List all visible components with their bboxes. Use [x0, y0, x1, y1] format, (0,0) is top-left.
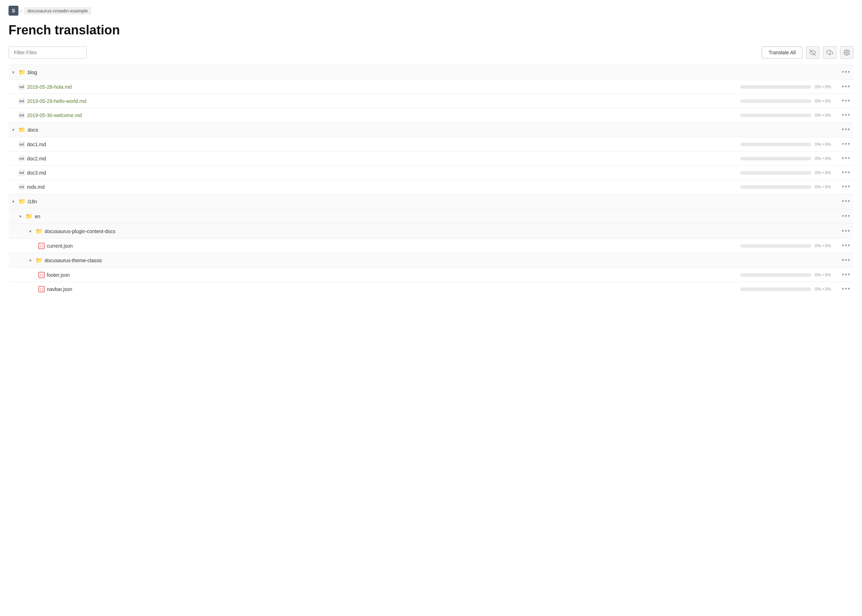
more-menu-en[interactable]: •••: [842, 212, 851, 220]
breadcrumb: S / docusaurus-crowdin-example: [0, 0, 862, 19]
progress-bar-welcome: [740, 113, 811, 117]
filter-input[interactable]: [8, 47, 86, 58]
file-name-mdx: mdx.md: [27, 184, 45, 190]
progress-bar-navbar-json: [740, 288, 811, 291]
more-menu-current-json[interactable]: •••: [842, 242, 851, 250]
more-menu-navbar-json[interactable]: •••: [842, 285, 851, 293]
progress-text-doc3: 0% • 0%: [815, 170, 840, 175]
folder-icon-i18n: 📁: [19, 198, 25, 205]
folder-icon-blog: 📁: [19, 69, 25, 75]
more-menu-doc2[interactable]: •••: [842, 155, 851, 162]
breadcrumb-separator: /: [20, 8, 22, 14]
file-name-doc2: doc2.md: [27, 156, 46, 162]
file-row-hello-world: md 2019-05-29-hello-world.md 0% • 0% •••: [8, 94, 854, 108]
cloud-icon: [826, 49, 833, 56]
more-menu-blog[interactable]: •••: [842, 69, 851, 76]
avatar: S: [8, 6, 19, 16]
breadcrumb-project-link[interactable]: docusaurus-crowdin-example: [24, 7, 91, 14]
chevron-en[interactable]: ▼: [19, 214, 24, 218]
md-icon-doc3: md: [19, 170, 25, 176]
file-name-current-json: current.json: [47, 243, 73, 249]
toolbar: Translate All: [0, 46, 862, 64]
more-menu-docs[interactable]: •••: [842, 126, 851, 134]
folder-name-i18n: i18n: [28, 199, 37, 204]
progress-text-footer-json: 0% • 0%: [815, 272, 840, 278]
json-icon-current: { }: [38, 243, 45, 249]
file-row-footer-json: { } footer.json 0% • 0% •••: [8, 267, 854, 282]
progress-text-mdx: 0% • 0%: [815, 184, 840, 190]
translate-all-button[interactable]: Translate All: [762, 47, 802, 58]
md-icon-mdx: md: [19, 184, 25, 190]
md-icon-welcome: md: [19, 112, 25, 118]
progress-text-hello-world: 0% • 0%: [815, 99, 840, 104]
folder-row-plugin-content-docs: ▼ 📁 docusaurus-plugin-content-docs •••: [8, 223, 854, 239]
folder-icon-docs: 📁: [19, 126, 25, 133]
file-link-hello-world[interactable]: 2019-05-29-hello-world.md: [27, 98, 86, 104]
gear-icon: [843, 49, 850, 56]
progress-text-current-json: 0% • 0%: [815, 244, 840, 248]
progress-bar-doc2: [740, 157, 811, 160]
progress-text-hola: 0% • 0%: [815, 85, 840, 90]
more-menu-mdx[interactable]: •••: [842, 183, 851, 190]
more-menu-i18n[interactable]: •••: [842, 198, 851, 205]
progress-bar-hello-world: [740, 99, 811, 103]
folder-name-docs: docs: [28, 127, 38, 133]
file-name-footer-json: footer.json: [47, 272, 70, 278]
progress-bar-doc1: [740, 143, 811, 146]
more-menu-theme-classic[interactable]: •••: [842, 256, 851, 264]
md-icon-hola: md: [19, 84, 25, 90]
folder-name-theme-classic: docusaurus-theme-classic: [45, 258, 102, 263]
folder-name-en: en: [35, 214, 41, 219]
progress-text-doc2: 0% • 0%: [815, 156, 840, 161]
file-name-navbar-json: navbar.json: [47, 286, 72, 292]
json-icon-footer: { }: [38, 272, 45, 278]
chevron-docs[interactable]: ▼: [11, 128, 16, 132]
folder-icon-en: 📁: [25, 213, 33, 220]
md-icon-doc2: md: [19, 156, 25, 162]
progress-text-welcome: 0% • 0%: [815, 113, 840, 118]
folder-row-docs: ▼ 📁 docs •••: [8, 122, 854, 137]
progress-bar-hola: [740, 85, 811, 89]
chevron-i18n[interactable]: ▼: [11, 200, 16, 204]
progress-bar-current-json: [740, 244, 811, 248]
file-name-doc3: doc3.md: [27, 170, 46, 176]
folder-row-i18n: ▼ 📁 i18n •••: [8, 194, 854, 209]
more-menu-doc3[interactable]: •••: [842, 169, 851, 176]
settings-icon-button[interactable]: [840, 46, 854, 59]
more-menu-hola[interactable]: •••: [842, 83, 851, 91]
file-name-doc1: doc1.md: [27, 141, 46, 147]
file-row-doc1: md doc1.md 0% • 0% •••: [8, 137, 854, 151]
md-icon-hello-world: md: [19, 98, 25, 104]
folder-row-blog: ▼ 📁 blog •••: [8, 64, 854, 80]
hide-icon-button[interactable]: [806, 46, 820, 59]
more-menu-footer-json[interactable]: •••: [842, 271, 851, 278]
progress-bar-doc3: [740, 171, 811, 174]
file-row-doc3: md doc3.md 0% • 0% •••: [8, 165, 854, 179]
folder-row-en: ▼ 📁 en •••: [8, 209, 854, 223]
eye-slash-icon: [810, 49, 816, 56]
cloud-icon-button[interactable]: [823, 46, 837, 59]
file-row-hola: md 2019-05-28-hola.md 0% • 0% •••: [8, 80, 854, 94]
file-link-welcome[interactable]: 2019-05-30-welcome.md: [27, 113, 82, 118]
file-tree: ▼ 📁 blog ••• md 2019-05-28-hola.md 0% • …: [0, 64, 862, 296]
folder-icon-theme-classic: 📁: [36, 257, 42, 264]
folder-icon-plugin-content-docs: 📁: [36, 228, 42, 234]
more-menu-plugin-content-docs[interactable]: •••: [842, 228, 851, 235]
folder-name-blog: blog: [28, 69, 37, 75]
chevron-theme-classic[interactable]: ▼: [28, 258, 33, 262]
progress-text-navbar-json: 0% • 0%: [815, 287, 840, 292]
more-menu-hello-world[interactable]: •••: [842, 97, 851, 105]
more-menu-doc1[interactable]: •••: [842, 140, 851, 148]
json-icon-navbar: { }: [38, 286, 45, 292]
file-row-mdx: md mdx.md 0% • 0% •••: [8, 179, 854, 194]
file-row-current-json: { } current.json 0% • 0% •••: [8, 239, 854, 253]
file-link-hola[interactable]: 2019-05-28-hola.md: [27, 84, 72, 90]
more-menu-welcome[interactable]: •••: [842, 112, 851, 119]
progress-text-doc1: 0% • 0%: [815, 142, 840, 147]
file-row-welcome: md 2019-05-30-welcome.md 0% • 0% •••: [8, 108, 854, 122]
md-icon-doc1: md: [19, 141, 25, 148]
chevron-blog[interactable]: ▼: [11, 70, 16, 74]
chevron-plugin-content-docs[interactable]: ▼: [28, 229, 33, 234]
progress-bar-mdx: [740, 185, 811, 189]
page-title: French translation: [0, 19, 862, 46]
